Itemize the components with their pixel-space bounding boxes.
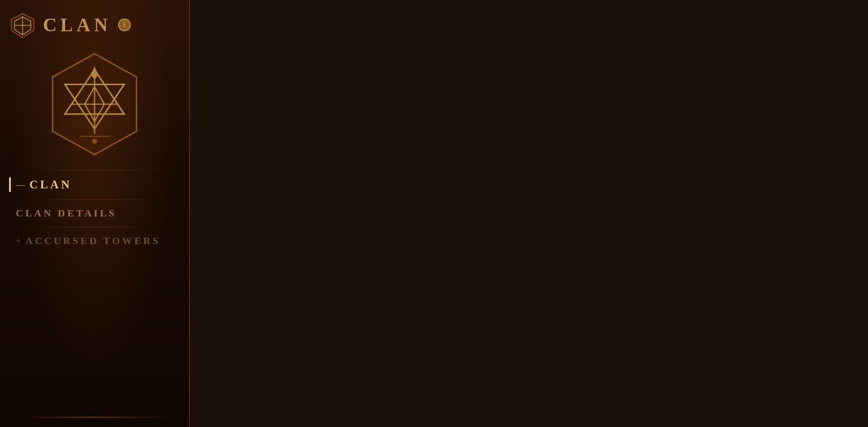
sidebar-item-accursed-towers-label: ACCURSED TOWERS	[25, 235, 161, 247]
info-button[interactable]: i	[118, 19, 131, 31]
clan-emblem-large	[40, 50, 149, 158]
svg-point-12	[92, 139, 97, 144]
sidebar-bottom-decoration	[19, 417, 170, 418]
sidebar-item-clan-details-label: CLAN DETAILS	[16, 207, 117, 219]
sidebar-item-clan-details[interactable]: CLAN DETAILS	[9, 202, 180, 225]
sidebar-divider-1	[19, 170, 170, 170]
plus-icon: +	[16, 236, 21, 246]
sidebar: CLAN i — CLAN	[0, 0, 190, 427]
sidebar-item-clan[interactable]: — CLAN	[9, 173, 180, 197]
sidebar-item-clan-label: CLAN	[29, 178, 72, 192]
nav-dash-icon: —	[16, 180, 25, 190]
sidebar-title: CLAN	[43, 14, 111, 36]
sidebar-nav: — CLAN CLAN DETAILS + ACCURSED TOWERS	[0, 173, 189, 252]
sidebar-divider-3	[26, 227, 163, 227]
sidebar-divider-2	[26, 199, 163, 200]
sidebar-item-accursed-towers[interactable]: + ACCURSED TOWERS	[9, 230, 180, 252]
sidebar-header: CLAN i	[0, 5, 189, 45]
clan-shield-icon	[9, 11, 36, 38]
